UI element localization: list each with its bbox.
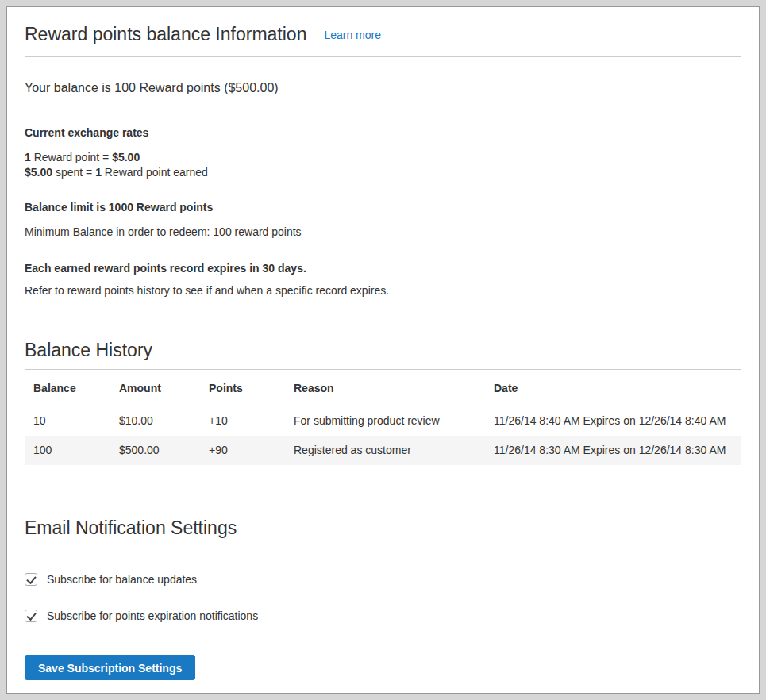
cell-reason: Registered as customer: [285, 436, 485, 465]
rate-spending-line: $5.00 spent = 1 Reward point earned: [25, 165, 741, 180]
min-redeem-text: Minimum Balance in order to redeem: 100 …: [25, 226, 741, 238]
column-header-amount: Amount: [110, 370, 200, 406]
table-header-row: Balance Amount Points Reason Date: [25, 370, 741, 406]
page-title: Reward points balance Information: [25, 21, 306, 47]
cell-balance: 100: [25, 436, 110, 465]
balance-history-title: Balance History: [25, 338, 741, 362]
save-subscription-button[interactable]: Save Subscription Settings: [25, 655, 195, 680]
exchange-rates-heading: Current exchange rates: [25, 127, 741, 139]
rate-spend-mid: spent =: [52, 166, 95, 179]
cell-date: 11/26/14 8:30 AM Expires on 12/26/14 8:3…: [485, 436, 741, 465]
rate-earning-line: 1 Reward point = $5.00: [25, 150, 741, 165]
column-header-reason: Reason: [285, 370, 485, 406]
cell-date: 11/26/14 8:40 AM Expires on 12/26/14 8:4…: [485, 406, 741, 437]
subscribe-expiration-row: Subscribe for points expiration notifica…: [25, 610, 741, 622]
rate-earn-value: $5.00: [112, 151, 140, 163]
header-divider: [25, 56, 741, 57]
expiry-text: Each earned reward points record expires…: [25, 263, 741, 275]
rate-spend-tail: Reward point earned: [102, 166, 208, 179]
balance-limit-text: Balance limit is 1000 Reward points: [25, 202, 741, 213]
learn-more-link[interactable]: Learn more: [324, 29, 381, 41]
panel-header: Reward points balance Information Learn …: [25, 21, 741, 47]
column-header-balance: Balance: [25, 370, 110, 406]
cell-balance: 10: [25, 406, 110, 437]
cell-amount: $500.00: [110, 436, 200, 465]
cell-points: +10: [200, 406, 285, 437]
cell-reason: For submitting product review: [285, 406, 485, 437]
email-settings-title: Email Notification Settings: [25, 516, 741, 540]
cell-amount: $10.00: [110, 406, 200, 437]
rate-spend-value: $5.00: [25, 166, 52, 179]
table-row: 100 $500.00 +90 Registered as customer 1…: [25, 436, 741, 465]
reward-points-panel: Reward points balance Information Learn …: [6, 6, 760, 694]
subscribe-balance-label: Subscribe for balance updates: [47, 573, 197, 586]
exchange-rates: 1 Reward point = $5.00 $5.00 spent = 1 R…: [25, 150, 741, 180]
balance-history-table: Balance Amount Points Reason Date 10 $10…: [25, 369, 741, 465]
email-settings-divider: [25, 548, 741, 548]
rate-spend-points: 1: [95, 166, 102, 179]
expiry-note-text: Refer to reward points history to see if…: [25, 285, 741, 297]
subscribe-expiration-checkbox[interactable]: [25, 610, 37, 622]
column-header-points: Points: [200, 370, 285, 406]
subscribe-expiration-label: Subscribe for points expiration notifica…: [47, 610, 258, 622]
subscribe-balance-checkbox[interactable]: [25, 573, 37, 586]
column-header-date: Date: [485, 370, 741, 406]
rate-earn-points: 1: [25, 151, 31, 163]
subscribe-balance-row: Subscribe for balance updates: [25, 573, 741, 586]
rate-earn-mid: Reward point =: [31, 151, 112, 163]
balance-summary: Your balance is 100 Reward points ($500.…: [25, 80, 741, 96]
table-row: 10 $10.00 +10 For submitting product rev…: [25, 406, 741, 437]
cell-points: +90: [200, 436, 285, 465]
